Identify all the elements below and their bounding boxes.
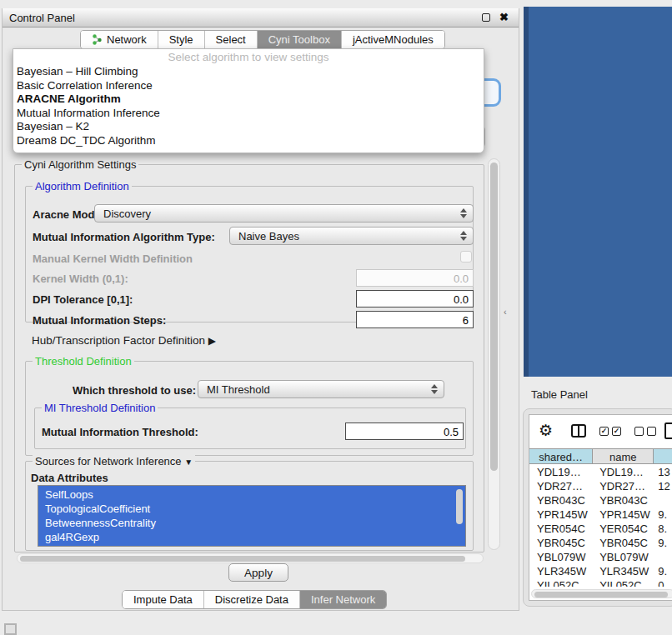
scrollbar-thumb[interactable] [490, 162, 498, 471]
spinner-icon [460, 231, 467, 241]
tab-network[interactable]: Network [81, 31, 158, 48]
table-toolbar: ⚙ ✓ ✓ [529, 415, 672, 447]
manual-kernel-checkbox[interactable] [460, 251, 472, 262]
algorithm-option[interactable]: Bayesian – Hill Climbing [13, 65, 484, 79]
tab-jactivemnodules[interactable]: jActiveMNodules [342, 31, 444, 48]
table-row[interactable]: YLR345WYLR345W9. [529, 564, 672, 578]
algorithm-definition-group: Algorithm Definition Aracne Mode: Discov… [25, 186, 474, 322]
table-cell: YDL19… [593, 465, 654, 479]
algorithm-definition-title: Algorithm Definition [33, 180, 132, 192]
aracne-mode-select[interactable]: Discovery [94, 204, 474, 222]
table-horizontal-scrollbar[interactable] [531, 589, 672, 598]
tab-impute-data[interactable]: Impute Data [123, 591, 204, 608]
table-cell: 13 [654, 465, 672, 479]
mi-threshold-label: Mutual Information Threshold: [42, 426, 198, 438]
node-table: ⚙ ✓ ✓ shared… name YDL19…YDL19…13YDR27…Y… [529, 414, 672, 601]
panel-splitter-handle[interactable]: ‹ [504, 307, 507, 317]
algorithm-option[interactable]: ARACNE Algorithm [13, 92, 484, 107]
checked-checkbox-icon[interactable]: ✓ [599, 427, 609, 436]
table-cell: YPR145W [593, 508, 654, 522]
algorithm-option[interactable]: Mutual Information Inference [13, 107, 484, 121]
gear-icon[interactable]: ⚙ [539, 421, 553, 440]
columns-icon[interactable] [571, 424, 586, 438]
attribute-item-selected[interactable]: SelfLoops [45, 488, 465, 502]
table-row[interactable]: YIL052CYIL052C0. [529, 578, 672, 587]
checked-checkbox-icon[interactable]: ✓ [612, 427, 621, 436]
control-panel-titlebar: Control Panel ✖ [3, 8, 519, 28]
tab-cyni-toolbox[interactable]: Cyni Toolbox [258, 31, 342, 48]
settings-vertical-scrollbar[interactable] [488, 158, 500, 550]
table-cell: YBR043C [593, 493, 654, 508]
table-cell: 9. [654, 508, 672, 522]
table-cell: YBL079W [529, 550, 593, 564]
table-cell: YIL052C [593, 578, 654, 587]
algorithm-option[interactable]: Bayesian – K2 [13, 120, 484, 134]
collapse-down-icon[interactable]: ▼ [184, 458, 193, 467]
tab-select[interactable]: Select [205, 31, 258, 48]
network-view-panel: GALGAL80GAL11GAL10GAL1SWI4GAL4GCY1HAP4YH… [524, 7, 672, 377]
new-table-icon[interactable] [664, 422, 672, 439]
tab-discretize-data[interactable]: Discretize Data [204, 591, 300, 608]
which-threshold-select[interactable]: MI Threshold [198, 380, 444, 398]
table-row[interactable]: YDL19…YDL19…13 [529, 465, 672, 479]
unchecked-checkbox-icon[interactable] [647, 427, 656, 436]
mi-threshold-field[interactable] [345, 422, 464, 440]
column-header-partial[interactable] [654, 449, 672, 463]
mi-type-select[interactable]: Naive Bayes [229, 227, 474, 245]
panel-title: Control Panel [9, 12, 75, 24]
dpi-tolerance-field[interactable] [356, 290, 474, 308]
sources-title-text: Sources for Network Inference [35, 455, 182, 468]
table-cell: 9. [654, 564, 672, 578]
manual-kernel-label: Manual Kernel Width Definition [33, 252, 193, 265]
table-cell [654, 493, 672, 508]
table-cell: YBR043C [529, 493, 593, 508]
table-row[interactable]: YDR27…YDR27…12 [529, 479, 672, 493]
tab-label: Network [107, 33, 147, 46]
column-header-name[interactable]: name [593, 449, 654, 463]
kernel-width-field[interactable] [356, 269, 474, 287]
tab-infer-network[interactable]: Infer Network [300, 591, 386, 608]
table-body: YDL19…YDL19…13YDR27…YDR27…12YBR043CYBR04… [529, 465, 672, 587]
sources-group: Sources for Network Inference ▼ Data Att… [25, 461, 474, 551]
settings-horizontal-scrollbar[interactable] [17, 553, 484, 563]
list-scrollbar-thumb[interactable] [456, 489, 463, 524]
table-row[interactable]: YBL079WYBL079W [529, 550, 672, 564]
close-icon[interactable]: ✖ [499, 11, 509, 23]
aracne-mode-value: Discovery [103, 208, 151, 220]
table-cell: YDR27… [593, 479, 654, 493]
table-header: shared… name [529, 448, 672, 464]
data-attributes-list[interactable]: SelfLoopsTopologicalCoefficientBetweenne… [38, 485, 466, 547]
hub-definition-label: Hub/Transcription Factor Definition [32, 334, 205, 347]
bottom-tab-bar: Impute Data Discretize Data Infer Networ… [122, 590, 387, 609]
table-row[interactable]: YPR145WYPR145W9. [529, 508, 672, 522]
data-attributes-label: Data Attributes [31, 472, 108, 484]
apply-button[interactable]: Apply [228, 563, 288, 582]
mi-steps-field[interactable] [356, 311, 474, 328]
tab-label: Infer Network [311, 593, 375, 606]
table-row[interactable]: YER054CYER054C8. [529, 522, 672, 536]
attribute-item-selected[interactable]: BetweennessCentrality [45, 516, 465, 530]
table-cell: YPR145W [529, 508, 593, 522]
dock-panel-icon[interactable] [4, 623, 17, 635]
table-panel-title: Table Panel [531, 388, 588, 401]
table-row[interactable]: YBR043CYBR043C [529, 493, 672, 508]
algorithm-popup-list: Bayesian – Hill ClimbingBasic Correlatio… [13, 65, 484, 148]
hub-definition-expander[interactable]: Hub/Transcription Factor Definition ▶ [32, 334, 216, 347]
float-window-icon[interactable] [482, 13, 490, 22]
scrollbar-thumb[interactable] [20, 556, 465, 562]
mi-threshold-group: MI Threshold Definition Mutual Informati… [34, 408, 466, 449]
attribute-item-selected[interactable]: TopologicalCoefficient [45, 502, 465, 516]
network-icon [92, 34, 103, 45]
attribute-item-selected[interactable]: gal4RGexp [45, 530, 465, 544]
algorithm-option[interactable]: Basic Correlation Inference [13, 79, 484, 93]
mi-type-label: Mutual Information Algorithm Type: [33, 231, 215, 243]
table-cell: YLR345W [593, 564, 654, 578]
table-row[interactable]: YBR045CYBR045C9. [529, 536, 672, 550]
scrollbar-thumb[interactable] [534, 592, 668, 598]
tab-style[interactable]: Style [158, 31, 205, 48]
tab-label: Discretize Data [215, 593, 288, 606]
algorithm-option[interactable]: Dream8 DC_TDC Algorithm [13, 134, 484, 148]
unchecked-checkbox-icon[interactable] [634, 427, 644, 436]
table-cell: YIL052C [529, 578, 593, 587]
column-header-shared-name[interactable]: shared… [529, 449, 593, 463]
